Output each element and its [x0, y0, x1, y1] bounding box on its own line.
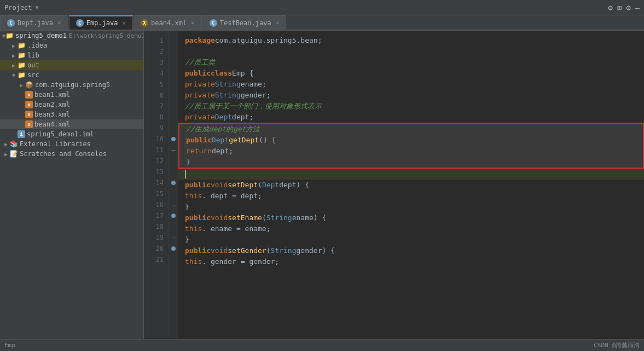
sidebar-label-bean3: bean3.xml [34, 111, 70, 118]
line-num-12: 12 [144, 156, 168, 166]
project-label[interactable]: Project [4, 4, 32, 11]
sidebar-item-src[interactable]: ▼ 📁 src [0, 70, 143, 80]
code-line-5: private String ename; [178, 79, 644, 90]
code-line-6: private String gender; [178, 90, 644, 101]
file-icon-bean4: x [25, 120, 33, 128]
sidebar-item-bean3[interactable]: x bean3.xml [0, 110, 143, 119]
token: //员工类 [185, 57, 215, 68]
tree-arrow-ext: ▶ [2, 141, 10, 147]
tab-close-dept[interactable]: × [57, 19, 61, 26]
token: Dept [262, 180, 279, 191]
token: private [185, 90, 215, 101]
sidebar-label-com: com.atguigu.spring5 [35, 81, 110, 89]
code-line-18: this. ename = ename; [178, 223, 644, 234]
tree-arrow-lib: ▶ [10, 53, 18, 59]
token: com.atguigu.spring5.bean; [215, 35, 322, 46]
code-line-3: //员工类 [178, 57, 644, 68]
token: public [185, 245, 211, 256]
config-icon[interactable]: ⚙ [608, 3, 612, 12]
gutter-item-2 [169, 46, 178, 57]
folder-lib-icon: 📁 [18, 51, 26, 59]
code-line-8: private Dept dept; [178, 112, 644, 123]
layout-icon[interactable]: ⊞ [617, 3, 622, 12]
tab-close-bean4[interactable]: × [191, 19, 195, 26]
sidebar-item-scratches[interactable]: ▶ 📝 Scratches and Consoles [0, 149, 143, 159]
sidebar-item-out[interactable]: ▶ 📁 out [0, 60, 143, 70]
line-num-10: 10 [144, 134, 168, 145]
line-num-15: 15 [144, 188, 168, 199]
token: . dept = dept; [202, 191, 262, 202]
minimize-icon[interactable]: — [635, 3, 640, 12]
token: String [266, 212, 292, 223]
tree-arrow-com: ▶ [18, 82, 25, 88]
sidebar-label-src: src [27, 71, 39, 79]
file-name-status: Emp [4, 342, 15, 349]
line-num-18: 18 [144, 221, 168, 232]
token: } [185, 234, 189, 245]
tab-testbean[interactable]: C TestBean.java × [202, 15, 287, 30]
token: String [215, 79, 241, 90]
code-line-11: return dept; [178, 146, 644, 157]
sidebar-item-project[interactable]: ▼ 📁 spring5_demo1 E:\work\spring5_demo1 [0, 31, 143, 41]
line-num-21: 21 [144, 254, 168, 265]
code-line-20: public void setGender(String gender) { [178, 245, 644, 256]
token: void [211, 245, 228, 256]
sidebar: ▼ 📁 spring5_demo1 E:\work\spring5_demo1 … [0, 31, 144, 339]
sidebar-item-bean2[interactable]: x bean2.xml [0, 100, 143, 110]
code-line-13 [178, 169, 644, 180]
code-line-12: } [178, 157, 644, 169]
line-num-9: 9 [144, 123, 168, 134]
line-num-2: 2 [144, 46, 168, 57]
token: this [185, 191, 202, 202]
token: ( [266, 245, 271, 256]
code-lines[interactable]: package com.atguigu.spring5.bean; //员工类p… [178, 31, 644, 339]
tree-arrow-out: ▶ [10, 62, 18, 68]
gutter-item-9 [169, 123, 178, 134]
token: setEname [228, 212, 262, 223]
line-num-1: 1 [144, 35, 168, 46]
line-num-13: 13 [144, 166, 168, 177]
code-container[interactable]: 123456789101112131415161718192021 ——— pa… [144, 31, 644, 339]
code-line-17: public void setEname(String ename) { [178, 212, 644, 223]
tab-close-testbean[interactable]: × [276, 19, 280, 26]
sidebar-item-bean1[interactable]: x bean1.xml [0, 90, 143, 100]
token: setDept [228, 180, 258, 191]
sidebar-label-idea: .idea [27, 42, 47, 49]
tab-emp[interactable]: C Emp.java × [69, 15, 133, 30]
sidebar-item-ext-libs[interactable]: ▶ 📚 External Libraries [0, 139, 143, 149]
sidebar-item-com-pkg[interactable]: ▶ 📦 com.atguigu.spring5 [0, 80, 143, 90]
sidebar-label-bean1: bean1.xml [34, 91, 70, 99]
editor-area: 123456789101112131415161718192021 ——— pa… [144, 31, 644, 339]
sidebar-item-lib[interactable]: ▶ 📁 lib [0, 50, 143, 60]
code-line-1: package com.atguigu.spring5.bean; [178, 35, 644, 46]
gutter-item-12 [169, 156, 178, 166]
gutter-item-15 [169, 188, 178, 199]
sidebar-item-idea[interactable]: ▶ 📁 .idea [0, 41, 143, 50]
settings-icon[interactable]: ⚙ [626, 3, 630, 12]
gutter-item-8 [169, 112, 178, 123]
gutter-item-1 [169, 35, 178, 46]
token: Dept [215, 112, 232, 123]
tab-bean4[interactable]: X bean4.xml × [134, 15, 202, 30]
gutter-item-10 [169, 134, 178, 145]
token: dept; [232, 112, 253, 123]
token: private [185, 79, 215, 90]
token: ( [258, 180, 262, 191]
token: class [211, 68, 232, 79]
sidebar-item-bean4[interactable]: x bean4.xml [0, 119, 143, 129]
tab-close-emp[interactable]: × [122, 20, 126, 27]
token: public [185, 212, 211, 223]
project-dropdown-icon[interactable]: ▼ [36, 4, 39, 10]
tab-dept[interactable]: C Dept.java × [0, 15, 68, 30]
tab-icon-testbean: C [210, 19, 217, 27]
code-line-19: } [178, 234, 644, 245]
watermark: CSDN @跨越海沟 [594, 341, 640, 349]
line-num-16: 16 [144, 199, 168, 210]
sidebar-label-iml: spring5_demo1.iml [27, 130, 94, 138]
tab-label-bean4: bean4.xml [151, 19, 187, 27]
sidebar-label-lib: lib [27, 51, 39, 59]
code-line-10: public Dept getDept() { [178, 135, 644, 146]
sidebar-item-iml[interactable]: i spring5_demo1.iml [0, 129, 143, 139]
line-num-7: 7 [144, 101, 168, 112]
line-num-19: 19 [144, 232, 168, 243]
